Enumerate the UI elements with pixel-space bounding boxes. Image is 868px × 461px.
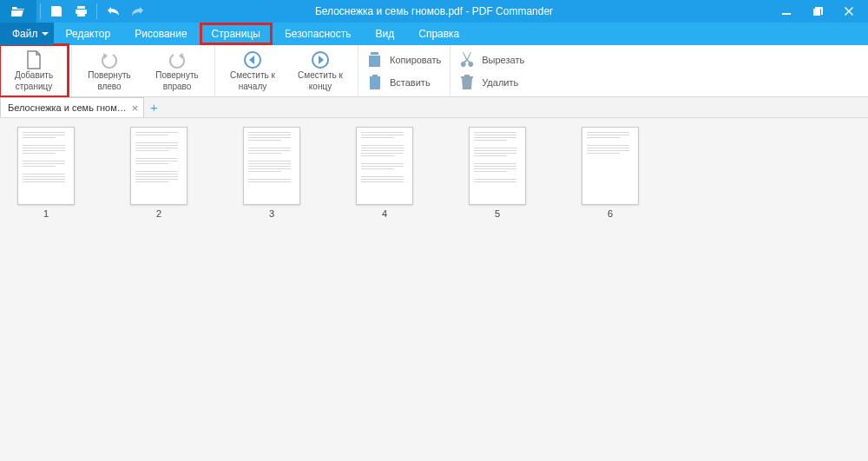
rotate-right-button[interactable]: Повернуть вправо: [143, 45, 211, 96]
menu-editor[interactable]: Редактор: [54, 23, 123, 45]
title-bar: Белоснежка и семь гномов.pdf - PDF Comma…: [0, 0, 868, 23]
menu-help[interactable]: Справка: [406, 23, 471, 45]
arrow-left-circle-icon: [243, 50, 262, 69]
separator: [40, 3, 41, 19]
ribbon-group-rotate: Повернуть влево Повернуть вправо: [72, 45, 215, 96]
menu-label: Рисование: [135, 28, 187, 40]
window-title: Белоснежка и семь гномов.pdf - PDF Comma…: [315, 5, 553, 17]
page-thumbnail[interactable]: 5: [469, 127, 526, 219]
page-thumbnail[interactable]: 6: [582, 127, 639, 219]
menu-label: Вид: [376, 28, 395, 40]
close-icon: [845, 7, 854, 16]
button-label: Копировать: [390, 55, 441, 65]
page-preview: [356, 127, 413, 205]
minimize-icon: [782, 7, 791, 16]
delete-button[interactable]: Удалить: [459, 72, 524, 93]
tab-label: Белоснежка и семь гном…: [8, 102, 127, 113]
separator: [96, 3, 97, 19]
add-tab-button[interactable]: +: [144, 97, 163, 117]
minimize-button[interactable]: [774, 0, 799, 23]
ribbon-group-clipboard-2: Вырезать Удалить: [450, 45, 533, 96]
redo-icon: [131, 6, 144, 16]
maximize-icon: [813, 7, 823, 16]
add-page-button[interactable]: Добавить страницу: [0, 45, 68, 96]
page-number: 1: [43, 208, 49, 219]
undo-button[interactable]: [101, 0, 125, 23]
paste-icon: [368, 75, 382, 90]
ribbon-toolbar: Добавить страницу Повернуть влево Поверн…: [0, 45, 868, 97]
page-preview: [582, 127, 639, 205]
menu-label: Файл: [12, 28, 38, 40]
page-number: 4: [382, 208, 387, 219]
page-thumbnail[interactable]: 2: [130, 127, 187, 219]
page-preview: [243, 127, 300, 205]
rotate-left-button[interactable]: Повернуть влево: [76, 45, 143, 96]
workspace: Белоснежка и семь гном… × + 1: [0, 97, 868, 461]
page-preview: [469, 127, 526, 205]
print-icon: [75, 5, 88, 17]
page-preview: [17, 127, 75, 205]
menu-pages[interactable]: Страницы: [200, 23, 273, 45]
copy-icon: [368, 52, 382, 68]
ribbon-group-clipboard-1: Копировать Вставить: [358, 45, 450, 96]
button-label: Повернуть: [88, 70, 130, 81]
cut-button[interactable]: Вырезать: [459, 49, 524, 70]
button-label: влево: [97, 82, 121, 92]
page-preview: [130, 127, 187, 205]
button-label: Повернуть: [155, 70, 198, 81]
folder-open-icon: [11, 5, 25, 17]
paste-button[interactable]: Вставить: [367, 72, 441, 93]
trash-icon: [461, 75, 473, 90]
document-tabs: Белоснежка и семь гном… × +: [0, 97, 868, 118]
page-thumbnail[interactable]: 3: [243, 127, 300, 219]
menu-security[interactable]: Безопасность: [273, 23, 364, 45]
menu-label: Редактор: [66, 28, 111, 40]
menu-drawing[interactable]: Рисование: [122, 23, 199, 45]
close-button[interactable]: [837, 0, 861, 23]
menu-label: Страницы: [212, 28, 260, 40]
menu-file[interactable]: Файл: [0, 23, 54, 45]
button-label: Сместить к: [298, 70, 343, 81]
cut-icon: [460, 52, 474, 68]
save-button[interactable]: [44, 0, 69, 23]
document-tab[interactable]: Белоснежка и семь гном… ×: [0, 97, 144, 117]
open-file-button[interactable]: [0, 0, 36, 23]
page-number: 3: [269, 208, 274, 219]
button-label: вправо: [163, 82, 192, 92]
button-label: Вставить: [390, 77, 431, 88]
menu-bar: Файл Редактор Рисование Страницы Безопас…: [0, 23, 868, 45]
ribbon-group-page: Добавить страницу: [0, 45, 72, 96]
page-thumbnails: 1 2 3: [0, 118, 868, 461]
arrow-right-circle-icon: [311, 50, 330, 69]
button-label: началу: [239, 82, 266, 92]
print-button[interactable]: [69, 0, 93, 23]
menu-view[interactable]: Вид: [364, 23, 407, 45]
save-icon: [50, 5, 62, 17]
maximize-button[interactable]: [806, 0, 830, 23]
button-label: Сместить к: [230, 70, 275, 81]
button-label: Удалить: [482, 77, 518, 88]
svg-rect-0: [782, 13, 791, 15]
menu-label: Справка: [418, 28, 459, 40]
page-icon: [26, 50, 42, 69]
titlebar-left: [0, 0, 149, 23]
rotate-right-icon: [168, 51, 187, 69]
tab-close-icon[interactable]: ×: [132, 102, 139, 114]
button-label: страницу: [16, 82, 53, 92]
page-thumbnail[interactable]: 1: [17, 127, 75, 219]
undo-icon: [107, 6, 120, 16]
shift-to-start-button[interactable]: Сместить к началу: [219, 45, 286, 96]
page-number: 2: [156, 208, 161, 219]
button-label: Вырезать: [482, 55, 524, 65]
shift-to-end-button[interactable]: Сместить к концу: [286, 45, 354, 96]
ribbon-group-shift: Сместить к началу Сместить к концу: [215, 45, 358, 96]
page-thumbnail[interactable]: 4: [356, 127, 413, 219]
plus-icon: +: [150, 100, 158, 115]
page-number: 5: [495, 208, 500, 219]
redo-button[interactable]: [125, 0, 149, 23]
button-label: концу: [309, 82, 332, 92]
button-label: Добавить: [15, 70, 53, 81]
menu-label: Безопасность: [285, 28, 352, 40]
rotate-left-icon: [100, 51, 119, 69]
copy-button[interactable]: Копировать: [367, 49, 441, 70]
